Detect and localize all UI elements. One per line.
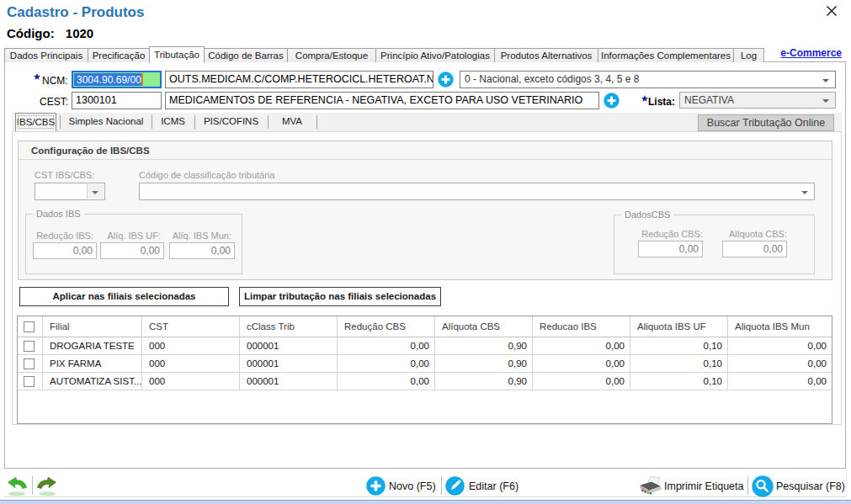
col-aliquota-cbs[interactable]: Alíquota CBS (435, 316, 533, 337)
cell-reducao-ibs: 0,00 (533, 355, 630, 373)
aliquota-cbs-input[interactable]: 0,00 (722, 241, 787, 257)
product-code-label: Código: (7, 26, 55, 40)
reducao-ibs-label: Redução IBS: (26, 231, 93, 241)
col-filial[interactable]: Filial (43, 316, 142, 337)
cell-aliquota-ibs-uf: 0,10 (630, 355, 728, 373)
cell-aliquota-cbs: 0,90 (435, 373, 533, 390)
tab-pis-cofins[interactable]: PIS/COFINS (194, 113, 268, 131)
groupbox-title: Configuração de IBS/CBS (31, 146, 150, 156)
ncm-add-icon[interactable] (438, 72, 454, 88)
cell-reducao-cbs: 0,00 (338, 337, 435, 355)
clear-tax-branches-button[interactable]: Limpar tributação nas filiais selecionad… (239, 287, 441, 306)
ncm-input[interactable]: 3004.90.69/00 (72, 71, 162, 88)
select-all-checkbox[interactable] (24, 321, 35, 332)
col-cst[interactable]: CST (142, 316, 240, 337)
pesquisar-button[interactable]: Pesquisar (F8) (776, 480, 845, 492)
lista-select[interactable]: NEGATIVA (679, 92, 836, 109)
undo-icon[interactable] (5, 475, 29, 496)
tab-simples-nacional[interactable]: Simples Nacional (61, 113, 152, 131)
cell-filial: AUTOMATIZA SIST... (43, 373, 142, 390)
cell-reducao-ibs: 0,00 (533, 337, 630, 355)
col-cclass-trib[interactable]: cClass Trib (240, 316, 338, 337)
lista-value: NEGATIVA (684, 94, 734, 106)
tab-compra-estoque[interactable]: Compra/Estoque (287, 48, 376, 62)
cell-cclass: 000001 (240, 337, 338, 355)
pesquisar-icon[interactable] (752, 475, 774, 497)
status-strip (0, 500, 851, 504)
cell-cst: 000 (142, 355, 240, 373)
tab-dados-principais[interactable]: Dados Principais (4, 48, 88, 62)
cest-label: CEST: (40, 96, 68, 108)
buscar-tributacao-online-button[interactable]: Buscar Tributação Online (698, 114, 834, 131)
ncm-description-input[interactable]: OUTS.MEDICAM.C/COMP.HETEROCICL.HETEROAT.… (165, 71, 433, 88)
tab-icms[interactable]: ICMS (152, 113, 194, 131)
tab-ibs-cbs[interactable]: IBS/CBS (15, 113, 56, 131)
dados-ibs-legend: Dados IBS (33, 209, 84, 219)
cell-aliquota-cbs: 0,90 (435, 355, 533, 373)
tab-codigo-de-barras[interactable]: Código de Barras (204, 48, 288, 62)
cclass-label: Código de classificação tributária (139, 170, 274, 180)
toolbar-separator (441, 476, 442, 495)
product-code-value: 1020 (66, 26, 93, 40)
col-reducao-cbs[interactable]: Redução CBS (338, 316, 435, 337)
cell-aliquota-ibs-uf: 0,10 (630, 337, 728, 355)
tab-separator (316, 115, 317, 129)
novo-icon[interactable] (366, 476, 386, 496)
grid-row[interactable]: PIX FARMA 000 000001 0,00 0,90 0,00 0,10… (18, 355, 832, 373)
grid-row[interactable]: DROGARIA TESTE 000 000001 0,00 0,90 0,00… (18, 337, 832, 355)
col-reducao-ibs[interactable]: Reducao IBS (533, 316, 630, 337)
window-title: Cadastro - Produtos (7, 4, 144, 21)
toolbar-separator (747, 476, 748, 495)
reducao-cbs-input[interactable]: 0,00 (638, 241, 703, 257)
aliq-ibs-mun-label: Alíq. IBS Mun: (164, 231, 231, 241)
aliq-ibs-uf-input[interactable]: 0,00 (100, 242, 164, 259)
tab-produtos-alternativos[interactable]: Produtos Alternativos (494, 48, 598, 62)
apply-to-branches-button[interactable]: Aplicar nas filiais selecionadas (19, 287, 229, 306)
tab-informacoes-complementares[interactable]: Informações Complementares (598, 48, 734, 62)
tab-precificacao[interactable]: Precificação (88, 48, 150, 62)
editar-icon[interactable] (445, 476, 465, 496)
chevron-down-icon (801, 191, 808, 194)
tab-separator (152, 115, 152, 129)
text-caret (141, 73, 143, 86)
novo-button[interactable]: Novo (F5) (389, 480, 436, 492)
aliq-ibs-mun-input[interactable]: 0,00 (169, 242, 235, 259)
grid-header-row: Filial CST cClass Trib Redução CBS Alíqu… (18, 316, 832, 337)
cell-cclass: 000001 (240, 373, 338, 390)
cell-aliquota-ibs-uf: 0,10 (630, 373, 728, 390)
col-aliquota-ibs-mun[interactable]: Aliquota IBS Mun (728, 316, 832, 337)
editar-button[interactable]: Editar (F6) (469, 480, 519, 492)
tab-mva[interactable]: MVA (268, 113, 316, 131)
dados-cbs-legend: DadosCBS (621, 210, 673, 220)
tab-separator (268, 115, 269, 129)
cest-input[interactable]: 1300101 (72, 92, 162, 109)
close-icon[interactable] (824, 3, 839, 19)
row-checkbox[interactable] (24, 341, 35, 352)
row-checkbox[interactable] (24, 358, 35, 369)
toolbar-separator (32, 476, 33, 495)
printer-icon[interactable] (637, 475, 663, 496)
grid-row[interactable]: AUTOMATIZA SIST... 000 000001 0,00 0,90 … (18, 373, 832, 390)
ncm-origin-select[interactable]: 0 - Nacional, exceto códigos 3, 4, 5 e 8 (460, 71, 836, 88)
cell-aliquota-ibs-mun: 0,00 (728, 355, 832, 373)
redo-icon[interactable] (35, 475, 59, 496)
chevron-down-icon (92, 191, 98, 194)
reducao-ibs-input[interactable]: 0,00 (33, 242, 97, 259)
tab-log[interactable]: Log (733, 48, 764, 62)
tab-principio-ativo-patologias[interactable]: Princípio Ativo/Patologias (375, 48, 495, 62)
cell-reducao-ibs: 0,00 (533, 373, 630, 390)
cclass-select[interactable] (139, 183, 815, 200)
branches-tax-grid: Filial CST cClass Trib Redução CBS Alíqu… (17, 316, 832, 424)
cst-ibs-cbs-label: CST IBS/CBS: (35, 170, 94, 180)
row-checkbox[interactable] (24, 376, 35, 387)
cst-ibs-cbs-select[interactable] (35, 183, 105, 200)
cest-description-input[interactable]: MEDICAMENTOS DE REFERENCIA - NEGATIVA, E… (165, 92, 599, 109)
cell-aliquota-ibs-mun: 0,00 (728, 373, 832, 390)
cell-reducao-cbs: 0,00 (338, 373, 435, 390)
ecommerce-link[interactable]: e-Commerce (774, 47, 842, 59)
cell-filial: PIX FARMA (43, 355, 142, 373)
cest-add-icon[interactable] (604, 93, 620, 109)
col-aliquota-ibs-uf[interactable]: Aliquota IBS UF (630, 316, 728, 337)
tab-tributacao[interactable]: Tributação (149, 46, 205, 63)
imprimir-etiqueta-button[interactable]: Imprimir Etiqueta (664, 480, 743, 492)
